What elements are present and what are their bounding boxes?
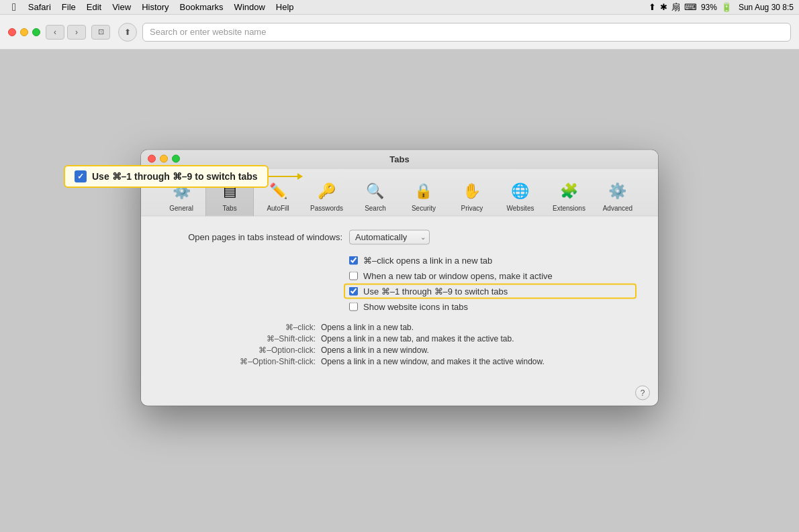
airplay-icon: ⬆ [649,2,656,12]
description-table: ⌘–click:Opens a link in a new tab.⌘–Shif… [168,322,631,366]
prefs-title: Tabs [389,154,409,164]
desc-key: ⌘–Option-click: [168,345,316,354]
checkbox-row-cmd_1_9: Use ⌘–1 through ⌘–9 to switch tabs [349,286,631,296]
datetime-label: Sun Aug 30 8:5 [739,3,794,12]
battery-icon: 🔋 [721,2,732,12]
close-button[interactable] [8,28,16,36]
keyboard-icon: ⌨ [684,2,697,12]
apple-menu[interactable]:  [5,0,23,15]
annotation-label: Use ⌘–1 through ⌘–9 to switch tabs [92,171,258,182]
checkbox-cmd_click[interactable] [349,256,358,264]
checkbox-new_tab_active[interactable] [349,271,358,280]
checkbox-cmd_1_9[interactable] [349,286,358,295]
checkbox-row-new_tab_active: When a new tab or window opens, make it … [349,270,631,280]
prefs-footer: ? [141,381,658,405]
autofill-icon: ✏️ [266,178,290,203]
help-button[interactable]: ? [635,385,650,400]
prefs-tool-websites[interactable]: 🌐Websites [496,174,545,215]
search-label: Search [365,204,386,211]
desc-key: ⌘–Shift-click: [168,333,316,343]
open-pages-row: Open pages in tabs instead of windows: N… [168,229,631,244]
general-label: General [169,204,193,211]
websites-icon: 🌐 [508,178,532,203]
main-content: Tabs ⚙️General▤Tabs✏️AutoFill🔑Passwords🔍… [0,50,799,532]
tab-bar-button[interactable]: ⊡ [91,25,110,40]
privacy-icon: ✋ [460,178,484,203]
menu-edit[interactable]: Edit [81,0,107,15]
browser-traffic-lights [8,28,40,36]
prefs-traffic-lights [148,155,180,163]
security-label: Security [412,204,436,211]
nav-buttons: ‹ › [46,25,86,40]
battery-label: 93% [701,3,717,12]
desc-value: Opens a link in a new window, and makes … [321,356,545,366]
prefs-close-button[interactable] [148,155,156,163]
prefs-tool-search[interactable]: 🔍Search [351,174,399,215]
extensions-label: Extensions [553,204,585,211]
advanced-label: Advanced [603,204,632,211]
annotation-arrow [269,176,302,177]
menu-view[interactable]: View [107,0,136,15]
menu-file[interactable]: File [56,0,81,15]
checkbox-row-cmd_click: ⌘–click opens a link in a new tab [349,255,631,265]
checkbox-label-cmd_click: ⌘–click opens a link in a new tab [363,255,492,265]
prefs-tool-passwords[interactable]: 🔑Passwords [302,174,351,215]
prefs-dialog: Tabs ⚙️General▤Tabs✏️AutoFill🔑Passwords🔍… [141,150,658,405]
privacy-label: Privacy [461,204,483,211]
desc-value: Opens a link in a new tab, and makes it … [321,333,514,343]
wifi-icon: 扇 [671,1,680,13]
menubar-right: ⬆ ✱ 扇 ⌨ 93% 🔋 Sun Aug 30 8:5 [649,1,794,13]
menu-bookmarks[interactable]: Bookmarks [175,0,229,15]
autofill-label: AutoFill [267,204,289,211]
desc-key: ⌘–Option-Shift-click: [168,356,316,366]
checkbox-label-website_icons: Show website icons in tabs [363,301,468,311]
minimize-button[interactable] [20,28,28,36]
back-button[interactable]: ‹ [46,25,64,40]
passwords-icon: 🔑 [315,178,339,203]
menu-window[interactable]: Window [229,0,271,15]
checkbox-label-cmd_1_9: Use ⌘–1 through ⌘–9 to switch tabs [363,286,508,296]
prefs-tool-advanced[interactable]: ⚙️Advanced [594,174,642,215]
menu-help[interactable]: Help [271,0,299,15]
prefs-tool-extensions[interactable]: 🧩Extensions [545,174,594,215]
prefs-tool-privacy[interactable]: ✋Privacy [448,174,496,215]
url-bar[interactable]: Search or enter website name [142,23,791,42]
desc-row: ⌘–click:Opens a link in a new tab. [168,322,631,331]
open-pages-select-wrapper[interactable]: NeverAutomaticallyAlways [349,229,430,244]
fullscreen-button[interactable] [32,28,40,36]
share-button[interactable]: ⬆ [118,23,137,42]
prefs-minimize-button[interactable] [160,155,168,163]
menu-history[interactable]: History [136,0,174,15]
websites-label: Websites [507,204,534,211]
prefs-body: Open pages in tabs instead of windows: N… [141,216,658,381]
bluetooth-icon: ✱ [660,2,667,12]
url-text: Search or enter website name [150,27,266,37]
desc-key: ⌘–click: [168,322,316,331]
browser-toolbar: ‹ › ⊡ ⬆ Search or enter website name [0,15,799,50]
annotation-tooltip: ✓ Use ⌘–1 through ⌘–9 to switch tabs [64,165,269,188]
checkbox-label-new_tab_active: When a new tab or window opens, make it … [363,270,553,280]
prefs-fullscreen-button[interactable] [172,155,180,163]
desc-row: ⌘–Option-click:Opens a link in a new win… [168,345,631,354]
prefs-tool-security[interactable]: 🔒Security [399,174,448,215]
checkbox-website_icons[interactable] [349,302,358,311]
desc-value: Opens a link in a new window. [321,345,429,354]
menubar:  Safari File Edit View History Bookmark… [0,0,799,15]
open-pages-label: Open pages in tabs instead of windows: [168,232,342,242]
tabs-label: Tabs [223,204,237,211]
advanced-icon: ⚙️ [606,178,630,203]
annotation-container: ✓ Use ⌘–1 through ⌘–9 to switch tabs [64,165,269,188]
desc-value: Opens a link in a new tab. [321,322,414,331]
forward-button[interactable]: › [67,25,86,40]
checkboxes-container: ⌘–click opens a link in a new tabWhen a … [168,255,631,311]
search-icon: 🔍 [363,178,387,203]
security-icon: 🔒 [412,178,436,203]
open-pages-select[interactable]: NeverAutomaticallyAlways [349,229,430,244]
desc-row: ⌘–Option-Shift-click:Opens a link in a n… [168,356,631,366]
menu-safari[interactable]: Safari [23,0,56,15]
menubar-left:  Safari File Edit View History Bookmark… [5,0,299,15]
desc-row: ⌘–Shift-click:Opens a link in a new tab,… [168,333,631,343]
passwords-label: Passwords [310,204,343,211]
checkbox-row-website_icons: Show website icons in tabs [349,301,631,311]
extensions-icon: 🧩 [557,178,581,203]
